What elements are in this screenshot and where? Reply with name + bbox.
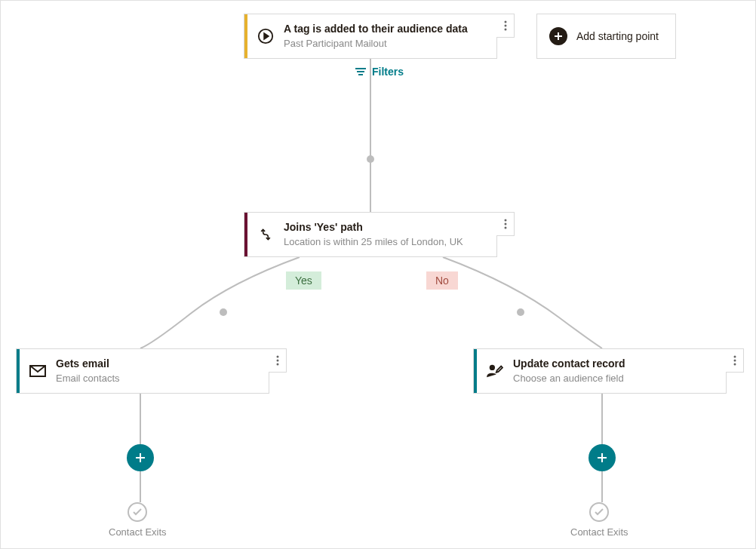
svg-point-23 — [733, 363, 736, 366]
check-icon — [128, 502, 147, 522]
flow-dot — [517, 308, 524, 316]
node-menu-button[interactable] — [726, 348, 744, 373]
svg-point-15 — [504, 227, 506, 229]
svg-point-6 — [504, 25, 506, 27]
node-title: A tag is added to their audience data — [284, 22, 490, 35]
exit-label: Contact Exits — [570, 526, 628, 538]
node-menu-button[interactable] — [269, 348, 287, 373]
node-subtitle: Email contacts — [56, 373, 263, 385]
no-branch-label: No — [426, 271, 458, 290]
flow-connectors — [1, 1, 756, 549]
svg-point-17 — [276, 356, 278, 358]
add-step-button[interactable] — [589, 444, 616, 471]
yes-branch-label: Yes — [286, 271, 321, 290]
add-starting-point-button[interactable]: Add starting point — [536, 14, 676, 59]
filters-button[interactable]: Filters — [355, 66, 404, 78]
contact-exit: Contact Exits — [570, 502, 628, 538]
mail-icon — [20, 365, 56, 377]
update-contact-node[interactable]: Update contact record Choose an audience… — [473, 348, 727, 394]
node-subtitle: Past Participant Mailout — [284, 38, 490, 51]
branch-icon — [247, 227, 284, 242]
plus-icon — [134, 452, 146, 464]
node-title: Gets email — [56, 357, 263, 370]
condition-node[interactable]: Joins 'Yes' path Location is within 25 m… — [244, 212, 497, 257]
svg-point-18 — [276, 360, 278, 362]
contact-exit: Contact Exits — [109, 502, 167, 538]
play-icon — [247, 28, 284, 44]
node-subtitle: Choose an audience field — [513, 373, 720, 385]
add-step-button[interactable] — [127, 444, 154, 471]
exit-label: Contact Exits — [109, 526, 167, 538]
flow-dot — [367, 155, 374, 163]
filters-label: Filters — [372, 66, 404, 78]
node-title: Update contact record — [513, 357, 720, 370]
edit-user-icon — [477, 363, 513, 379]
flow-dot — [220, 308, 227, 316]
starting-point-node[interactable]: A tag is added to their audience data Pa… — [244, 14, 497, 59]
svg-point-22 — [733, 360, 736, 362]
plus-icon — [549, 27, 567, 45]
svg-point-21 — [733, 356, 736, 358]
node-title: Joins 'Yes' path — [284, 220, 490, 234]
check-icon — [589, 502, 609, 522]
svg-marker-4 — [264, 33, 269, 38]
add-starting-label: Add starting point — [576, 30, 659, 42]
plus-icon — [596, 452, 608, 464]
svg-point-5 — [504, 21, 506, 23]
svg-point-7 — [504, 29, 506, 31]
svg-point-14 — [504, 223, 506, 225]
email-action-node[interactable]: Gets email Email contacts — [16, 348, 269, 394]
svg-point-20 — [490, 365, 495, 370]
node-menu-button[interactable] — [496, 14, 515, 38]
filter-icon — [355, 67, 367, 76]
node-subtitle: Location is within 25 miles of London, U… — [284, 236, 490, 249]
svg-point-19 — [276, 363, 278, 366]
svg-point-13 — [504, 219, 506, 222]
node-menu-button[interactable] — [496, 212, 515, 236]
